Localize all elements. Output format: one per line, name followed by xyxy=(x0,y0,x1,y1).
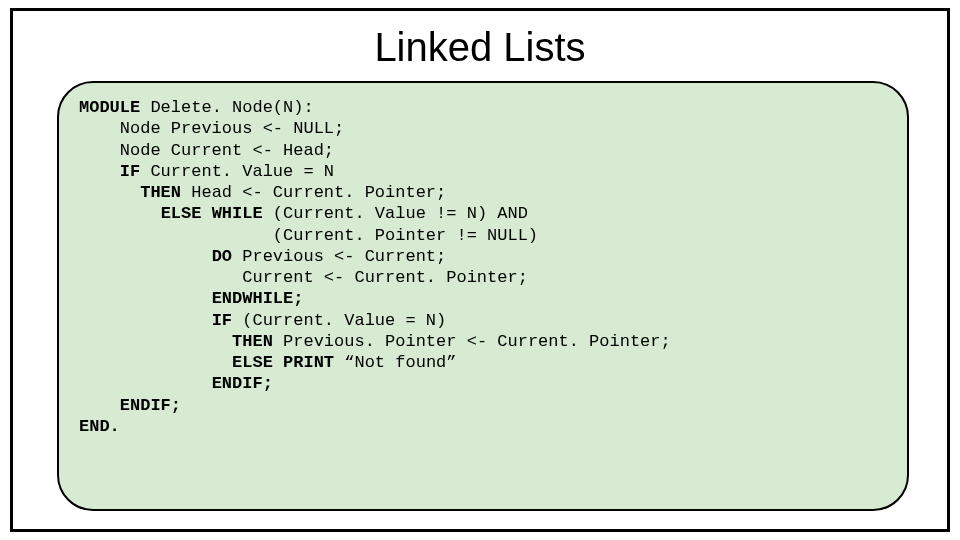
code-text: Current <- Current. Pointer; xyxy=(79,268,528,287)
code-panel: MODULE Delete. Node(N): Node Previous <-… xyxy=(57,81,909,511)
code-text xyxy=(201,204,211,223)
keyword-do: DO xyxy=(212,247,232,266)
keyword-endif: ENDIF; xyxy=(212,374,273,393)
code-text: Node Previous <- NULL; xyxy=(79,119,344,138)
code-text: Current. Value = N xyxy=(140,162,334,181)
keyword-while: WHILE xyxy=(212,204,263,223)
code-text: (Current. Pointer != NULL) xyxy=(79,226,538,245)
pseudocode-block: MODULE Delete. Node(N): Node Previous <-… xyxy=(79,97,907,437)
code-text xyxy=(79,374,212,393)
code-text xyxy=(273,353,283,372)
code-text: “Not found” xyxy=(334,353,456,372)
code-text: Delete. Node(N): xyxy=(140,98,313,117)
keyword-else: ELSE xyxy=(232,353,273,372)
code-text xyxy=(79,289,212,308)
keyword-then: THEN xyxy=(140,183,181,202)
code-text xyxy=(79,311,212,330)
code-text xyxy=(79,332,232,351)
code-text xyxy=(79,204,161,223)
keyword-then: THEN xyxy=(232,332,273,351)
code-text xyxy=(79,353,232,372)
keyword-print: PRINT xyxy=(283,353,334,372)
slide-frame: Linked Lists MODULE Delete. Node(N): Nod… xyxy=(10,8,950,532)
code-text: (Current. Value != N) AND xyxy=(263,204,528,223)
code-text xyxy=(79,247,212,266)
code-text xyxy=(79,162,120,181)
code-text: Node Current <- Head; xyxy=(79,141,334,160)
keyword-else: ELSE xyxy=(161,204,202,223)
keyword-end: END. xyxy=(79,417,120,436)
keyword-if: IF xyxy=(212,311,232,330)
code-text: Previous. Pointer <- Current. Pointer; xyxy=(273,332,671,351)
code-text: Head <- Current. Pointer; xyxy=(181,183,446,202)
keyword-endif: ENDIF; xyxy=(120,396,181,415)
code-text: (Current. Value = N) xyxy=(232,311,446,330)
keyword-module: MODULE xyxy=(79,98,140,117)
slide-title: Linked Lists xyxy=(13,25,947,70)
keyword-if: IF xyxy=(120,162,140,181)
code-text xyxy=(79,183,140,202)
code-text xyxy=(79,396,120,415)
keyword-endwhile: ENDWHILE; xyxy=(212,289,304,308)
code-text: Previous <- Current; xyxy=(232,247,446,266)
